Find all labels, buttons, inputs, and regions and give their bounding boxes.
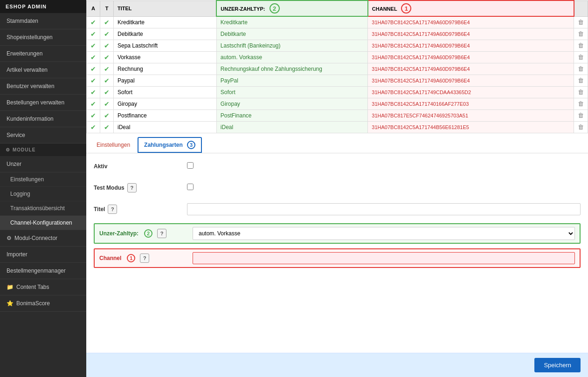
col-header-title: TITEL <box>114 0 217 16</box>
sidebar-item-benutzer[interactable]: Benutzer verwalten <box>0 78 86 95</box>
col-header-t: T <box>100 0 114 16</box>
aktiv-control <box>187 162 581 170</box>
sidebar-item-kundeninformation[interactable]: Kundeninformation <box>0 111 86 127</box>
row-unzer: Giropay <box>216 98 368 110</box>
unzer-zahltyp-help[interactable]: ? <box>157 229 166 238</box>
row-unzer: PostFinance <box>216 110 368 121</box>
row-test: ✔ <box>100 40 114 51</box>
form-row-unzer-zahltyp: Unzer-Zahltyp: 2 ? autom. VorkasseKredit… <box>94 223 581 244</box>
sidebar-item-bestellungen[interactable]: Bestellungen verwalten <box>0 95 86 111</box>
save-button[interactable]: Speichern <box>534 358 581 372</box>
channel-label: Channel 1 ? <box>99 254 193 263</box>
sidebar-item-bestellmengenmanager[interactable]: Bestellmengenmanager <box>0 263 86 279</box>
table-row[interactable]: ✔ ✔ Sepa Lastschrift Lastschrift (Bankei… <box>87 40 588 51</box>
unzer-zahltyp-select[interactable]: autom. VorkasseKreditkarteDebitkarteLast… <box>193 227 575 240</box>
row-channel: 31HA07BC8142C5A171749A60D979B6E4 <box>368 75 574 86</box>
sidebar-item-einstellungen[interactable]: Einstellungen <box>0 172 86 187</box>
row-delete[interactable]: 🗑 <box>574 98 588 110</box>
row-title: Debitkarte <box>114 28 217 40</box>
row-test: ✔ <box>100 63 114 75</box>
aktiv-checkbox[interactable] <box>187 162 194 169</box>
row-active: ✔ <box>87 63 100 75</box>
row-channel: 31HA07BC8142C5A171749A60D979B6E4 <box>368 51 574 63</box>
row-test: ✔ <box>100 51 114 63</box>
row-active: ✔ <box>87 16 100 28</box>
table-row[interactable]: ✔ ✔ Postfinance PostFinance 31HA07BC817E… <box>87 110 588 121</box>
form-row-channel: Channel 1 ? <box>94 248 581 268</box>
module-section-header: ⚙ MODULE <box>0 144 86 156</box>
sidebar-item-erweiterungen[interactable]: Erweiterungen <box>0 46 86 62</box>
row-unzer: Rechnungskauf ohne Zahlungssicherung <box>216 63 368 75</box>
form-area: Aktiv Test Modus ? Titel ? <box>86 153 588 353</box>
row-title: Vorkasse <box>114 51 217 63</box>
col-header-a: A <box>87 0 100 16</box>
row-delete[interactable]: 🗑 <box>574 16 588 28</box>
sidebar-item-artikel[interactable]: Artikel verwalten <box>0 62 86 78</box>
row-title: Postfinance <box>114 110 217 121</box>
row-delete[interactable]: 🗑 <box>574 63 588 75</box>
unzer-badge: 2 <box>270 3 280 14</box>
table-row[interactable]: ✔ ✔ Giropay Giropay 31HA07BC8142C5A17174… <box>87 98 588 110</box>
row-delete[interactable]: 🗑 <box>574 86 588 98</box>
sidebar-item-unzer[interactable]: Unzer <box>0 156 86 172</box>
row-delete[interactable]: 🗑 <box>574 75 588 86</box>
row-channel: 31HA07BC8142C5A171749CDAA43365D2 <box>368 86 574 98</box>
sidebar: ESHOP ADMIN Stammdaten Shopeinstellungen… <box>0 0 86 377</box>
sidebar-item-shopeinstellungen[interactable]: Shopeinstellungen <box>0 29 86 46</box>
titel-control <box>187 203 581 215</box>
sidebar-item-logging[interactable]: Logging <box>0 187 86 201</box>
payment-table: A T TITEL UNZER-ZAHLTYP: 2 CHANNEL 1 ✔ <box>86 0 588 133</box>
sidebar-item-modul-connector[interactable]: ⚙ Modul-Connector <box>0 230 86 247</box>
folder-icon: 📁 <box>7 284 14 290</box>
row-title: Kreditkarte <box>114 16 217 28</box>
table-row[interactable]: ✔ ✔ Sofort Sofort 31HA07BC8142C5A171749C… <box>87 86 588 98</box>
channel-input[interactable] <box>193 252 575 264</box>
sidebar-item-service[interactable]: Service <box>0 127 86 144</box>
sidebar-item-bonimascore[interactable]: ⭐ BonimaScore <box>0 295 86 312</box>
unzer-form-badge: 2 <box>144 229 152 238</box>
test-modus-label: Test Modus ? <box>94 183 187 192</box>
tab-einstellungen[interactable]: Einstellungen <box>91 139 136 151</box>
row-active: ✔ <box>87 40 100 51</box>
gear-icon-modul: ⚙ <box>7 235 12 241</box>
row-active: ✔ <box>87 75 100 86</box>
zahlungsarten-badge: 3 <box>187 141 195 149</box>
row-delete[interactable]: 🗑 <box>574 110 588 121</box>
table-row[interactable]: ✔ ✔ iDeal iDeal 31HA07BC8142C5A171744B56… <box>87 121 588 133</box>
table-row[interactable]: ✔ ✔ Kreditkarte Kreditkarte 31HA07BC8142… <box>87 16 588 28</box>
sidebar-header: ESHOP ADMIN <box>0 0 86 13</box>
col-header-unzer: UNZER-ZAHLTYP: 2 <box>216 0 368 16</box>
table-row[interactable]: ✔ ✔ Vorkasse autom. Vorkasse 31HA07BC814… <box>87 51 588 63</box>
row-delete[interactable]: 🗑 <box>574 28 588 40</box>
sidebar-item-channel-konfigurationen[interactable]: Channel-Konfigurationen <box>0 216 86 230</box>
row-unzer: Kreditkarte <box>216 16 368 28</box>
row-channel: 31HA07BC8142C5A171749A60D979B6E4 <box>368 16 574 28</box>
table-row[interactable]: ✔ ✔ Paypal PayPal 31HA07BC8142C5A171749A… <box>87 75 588 86</box>
titel-label: Titel ? <box>94 205 187 214</box>
table-row[interactable]: ✔ ✔ Rechnung Rechnungskauf ohne Zahlungs… <box>87 63 588 75</box>
sidebar-item-stammdaten[interactable]: Stammdaten <box>0 13 86 29</box>
row-active: ✔ <box>87 98 100 110</box>
main-content: A T TITEL UNZER-ZAHLTYP: 2 CHANNEL 1 ✔ <box>86 0 588 377</box>
sidebar-item-transaktionsubersicht[interactable]: Transaktionsübersicht <box>0 201 86 216</box>
row-delete[interactable]: 🗑 <box>574 51 588 63</box>
channel-help[interactable]: ? <box>140 254 149 263</box>
row-delete[interactable]: 🗑 <box>574 121 588 133</box>
form-row-test-modus: Test Modus ? <box>94 180 581 195</box>
test-modus-help[interactable]: ? <box>127 183 137 192</box>
table-row[interactable]: ✔ ✔ Debitkarte Debitkarte 31HA07BC8142C5… <box>87 28 588 40</box>
test-modus-checkbox[interactable] <box>187 184 194 190</box>
tab-zahlungsarten[interactable]: Zahlungsarten 3 <box>138 137 202 153</box>
row-unzer: iDeal <box>216 121 368 133</box>
sidebar-item-importer[interactable]: Importer <box>0 247 86 263</box>
row-title: Giropay <box>114 98 217 110</box>
sidebar-item-content-tabs[interactable]: 📁 Content Tabs <box>0 279 86 295</box>
row-delete[interactable]: 🗑 <box>574 40 588 51</box>
titel-input[interactable] <box>187 203 581 215</box>
unzer-zahltyp-control: autom. VorkasseKreditkarteDebitkarteLast… <box>193 227 575 240</box>
row-title: iDeal <box>114 121 217 133</box>
aktiv-label: Aktiv <box>94 163 187 170</box>
row-active: ✔ <box>87 110 100 121</box>
titel-help[interactable]: ? <box>108 205 117 214</box>
row-channel: 31HA07BC8142C5A171740166AF277E03 <box>368 98 574 110</box>
